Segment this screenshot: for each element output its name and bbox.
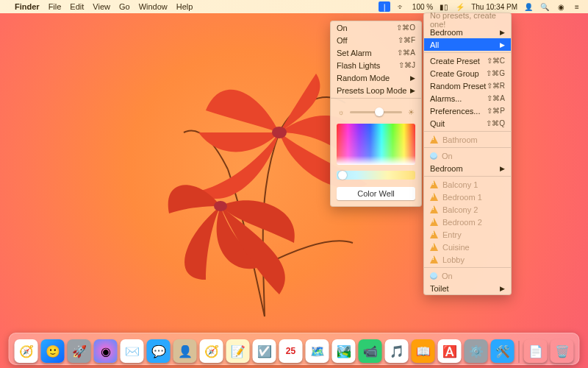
menu-file[interactable]: File xyxy=(49,2,62,11)
color-well-button[interactable]: Color Well xyxy=(337,187,415,200)
menubar-app-icon[interactable]: ❘ xyxy=(379,1,390,12)
dock: 🧭🙂🚀◉✉️💬👤🧭📝☑️25🗺️🏞️📹🎵📖🅰️⚙️🛠️ 📄🗑️ xyxy=(9,333,580,365)
dock-ibooks[interactable]: 📖 xyxy=(412,339,435,363)
dock-photos[interactable]: 🏞️ xyxy=(332,339,356,363)
wifi-icon[interactable]: ᯤ xyxy=(396,1,406,12)
dock-preferences[interactable]: ⚙️ xyxy=(465,339,488,363)
dock-contacts[interactable]: 👤 xyxy=(173,339,197,363)
menu-item-set-alarm[interactable]: Set Alarm⇧⌘A xyxy=(331,46,421,59)
menu-item-presets-loop-mode[interactable]: Presets Loop Mode▶ xyxy=(331,84,421,96)
dock-messages[interactable]: 💬 xyxy=(147,339,171,363)
dock-itunes[interactable]: 🎵 xyxy=(385,339,409,363)
dock-mail[interactable]: ✉️ xyxy=(121,339,144,363)
menubar-dropdown: No presets, create one! Bedroom▶All▶ Cre… xyxy=(423,13,512,295)
menu-window[interactable]: Window xyxy=(139,2,168,11)
room-toilet[interactable]: Toilet▶ xyxy=(424,282,511,294)
room-lobby[interactable]: Lobby xyxy=(424,253,511,266)
spotlight-icon[interactable]: 👤 xyxy=(523,1,534,12)
brightness-slider[interactable] xyxy=(350,111,402,113)
on-row-2[interactable]: On xyxy=(424,269,511,282)
clock[interactable]: Thu 10:34 PM xyxy=(471,3,517,11)
cmd-create-group[interactable]: Create Group⇧⌘G xyxy=(424,67,511,79)
on-row[interactable]: On xyxy=(424,149,511,162)
room-balcony-2[interactable]: Balcony 2 xyxy=(424,203,511,216)
warning-icon xyxy=(430,193,438,201)
room-bedroom-2[interactable]: Bedroom 2 xyxy=(424,216,511,228)
room-bathroom[interactable]: Bathroom xyxy=(424,133,511,146)
warning-icon xyxy=(430,135,438,144)
desktop: Finder File Edit View Go Window Help ❘ ᯤ… xyxy=(0,0,588,368)
cmd-random-preset[interactable]: Random Preset⇧⌘R xyxy=(424,79,511,92)
battery-percent: 100 % xyxy=(412,3,433,11)
no-presets-label: No presets, create one! xyxy=(424,13,511,26)
menu-go[interactable]: Go xyxy=(119,2,130,11)
warning-icon xyxy=(430,180,438,188)
preset-bedroom[interactable]: Bedroom▶ xyxy=(424,26,511,38)
svg-point-0 xyxy=(272,127,287,138)
dock-downloads[interactable]: 📄 xyxy=(524,339,548,363)
dock-siri[interactable]: ◉ xyxy=(94,339,118,363)
menu-help[interactable]: Help xyxy=(176,2,193,11)
dock-finder[interactable]: 🙂 xyxy=(41,339,65,363)
bulb-icon xyxy=(430,272,437,280)
menu-item-random-mode[interactable]: Random Mode▶ xyxy=(331,71,421,84)
notification-icon[interactable]: ≡ xyxy=(572,1,582,12)
room-bedroom[interactable]: Bedroom▶ xyxy=(424,162,511,174)
dock-trash[interactable]: 🗑️ xyxy=(551,339,574,363)
warning-icon xyxy=(430,218,438,226)
color-picker[interactable] xyxy=(337,124,415,165)
warning-icon xyxy=(430,205,438,213)
menu-item-flash-lights[interactable]: Flash Lights⇧⌘J xyxy=(331,59,421,71)
cmd-quit[interactable]: Quit⇧⌘Q xyxy=(424,117,511,130)
cmd-create-preset[interactable]: Create Preset⇧⌘C xyxy=(424,54,511,67)
warning-icon xyxy=(430,255,438,263)
preset-all[interactable]: All▶ xyxy=(424,38,511,51)
search-icon[interactable]: 🔍 xyxy=(539,1,550,12)
siri-icon[interactable]: ◉ xyxy=(556,1,566,12)
cmd-preferences-[interactable]: Preferences...⇧⌘P xyxy=(424,105,511,117)
warning-icon xyxy=(430,230,438,238)
dock-reminders[interactable]: ☑️ xyxy=(253,339,276,363)
room-entry[interactable]: Entry xyxy=(424,228,511,241)
dock-safari[interactable]: 🧭 xyxy=(15,339,38,363)
svg-point-1 xyxy=(214,201,227,211)
light-control-panel: On⇧⌘OOff⇧⌘FSet Alarm⇧⌘AFlash Lights⇧⌘JRa… xyxy=(330,21,422,207)
brightness-high-icon: ☀ xyxy=(406,107,415,116)
menu-edit[interactable]: Edit xyxy=(70,2,84,11)
temperature-slider[interactable] xyxy=(337,171,415,180)
dock-separator xyxy=(519,341,520,363)
bulb-icon xyxy=(430,152,437,160)
room-cuisine[interactable]: Cuisine xyxy=(424,241,511,253)
dock-safari2[interactable]: 🧭 xyxy=(200,339,223,363)
dock-calendar[interactable]: 25 xyxy=(279,339,303,363)
app-name[interactable]: Finder xyxy=(15,2,40,11)
menu-view[interactable]: View xyxy=(93,2,110,11)
dock-maps[interactable]: 🗺️ xyxy=(306,339,329,363)
brightness-low-icon: ☼ xyxy=(337,107,345,116)
cmd-alarms-[interactable]: Alarms...⇧⌘A xyxy=(424,92,511,105)
menu-item-off[interactable]: Off⇧⌘F xyxy=(331,34,421,46)
room-bedroom-1[interactable]: Bedroom 1 xyxy=(424,191,511,203)
dock-appstore[interactable]: 🅰️ xyxy=(438,339,462,363)
dock-xcode[interactable]: 🛠️ xyxy=(491,339,514,363)
menu-item-on[interactable]: On⇧⌘O xyxy=(331,21,421,34)
warning-icon xyxy=(430,243,438,251)
room-balcony-1[interactable]: Balcony 1 xyxy=(424,178,511,191)
dock-launchpad[interactable]: 🚀 xyxy=(68,339,91,363)
dock-notes[interactable]: 📝 xyxy=(226,339,250,363)
dock-facetime[interactable]: 📹 xyxy=(359,339,382,363)
